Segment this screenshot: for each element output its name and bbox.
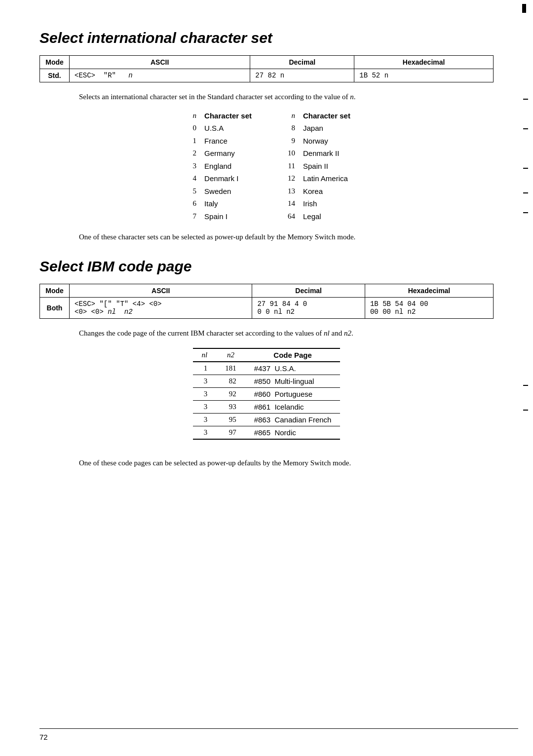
section2-note: One of these code pages can be selected … bbox=[79, 457, 494, 469]
scroll-mark-7 bbox=[523, 410, 528, 411]
char-n: 5 bbox=[183, 185, 196, 198]
cell-hexadecimal: 1B 52 n bbox=[354, 69, 494, 82]
code-page-table-wrapper: nl n2 Code Page 1 181 #437 U.S.A. 3 82 #… bbox=[39, 348, 494, 449]
scroll-mark-6 bbox=[523, 385, 528, 386]
char-row: 13Korea bbox=[281, 185, 350, 198]
cell-n1: 3 bbox=[193, 413, 217, 426]
section-ibm-code-page: Select IBM code page Mode ASCII Decimal … bbox=[39, 258, 494, 469]
code-row: 3 93 #861 Icelandic bbox=[193, 400, 341, 413]
char-table-wrapper: n Character set 0U.S.A 1France 2Germany … bbox=[39, 112, 494, 223]
cell-decimal: 27 91 84 4 0 0 0 nl n2 bbox=[252, 297, 365, 318]
col2-decimal: Decimal bbox=[252, 284, 365, 297]
cell-code-page: #865 Nordic bbox=[245, 426, 341, 439]
section1-description: Selects an international character set i… bbox=[79, 91, 494, 103]
cell-code-page: #861 Icelandic bbox=[245, 400, 341, 413]
char-n: 9 bbox=[281, 135, 295, 148]
char-n: 8 bbox=[281, 122, 295, 135]
char-row: 10Denmark II bbox=[281, 147, 350, 160]
cell-hexadecimal: 1B 5B 54 04 00 00 00 nl n2 bbox=[365, 297, 493, 318]
char-col-2: n Character set 8Japan 9Norway 10Denmark… bbox=[281, 112, 350, 223]
char-name: Norway bbox=[303, 135, 328, 148]
char-row: 5Sweden bbox=[183, 185, 252, 198]
cell-n1: 3 bbox=[193, 426, 217, 439]
decimal-code: 27 82 n bbox=[255, 72, 284, 79]
char-col1-header: n Character set bbox=[183, 112, 252, 120]
col2-label-header: Character set bbox=[303, 112, 350, 120]
char-n: 4 bbox=[183, 172, 196, 185]
char-row: 9Norway bbox=[281, 135, 350, 148]
char-row: 7Spain I bbox=[183, 210, 252, 223]
hex-line2: 00 00 nl n2 bbox=[370, 308, 488, 316]
col1-n-header: n bbox=[183, 112, 196, 120]
char-n: 14 bbox=[281, 197, 295, 210]
char-name: Germany bbox=[204, 147, 235, 160]
code-row: 3 95 #863 Canadian French bbox=[193, 413, 341, 426]
char-name: Legal bbox=[303, 210, 321, 223]
char-name: Japan bbox=[303, 122, 323, 135]
cell-n1: 3 bbox=[193, 387, 217, 400]
italic-n: n bbox=[350, 93, 354, 101]
code-row: 3 82 #850 Multi-lingual bbox=[193, 375, 341, 387]
char-n: 1 bbox=[183, 135, 196, 148]
scrollbar[interactable] bbox=[518, 0, 528, 756]
char-name: France bbox=[204, 135, 228, 148]
col-n2: n2 bbox=[216, 348, 245, 362]
char-row: 11Spain II bbox=[281, 160, 350, 173]
col2-hexadecimal: Hexadecimal bbox=[365, 284, 493, 297]
char-name: Sweden bbox=[204, 185, 231, 198]
char-row: 1France bbox=[183, 135, 252, 148]
code-row: 3 97 #865 Nordic bbox=[193, 426, 341, 439]
char-n: 2 bbox=[183, 147, 196, 160]
char-row: 6Italy bbox=[183, 197, 252, 210]
scroll-mark-1 bbox=[523, 99, 528, 100]
char-name: Denmark I bbox=[204, 172, 238, 185]
cell-n2: 97 bbox=[216, 426, 245, 439]
scrollbar-thumb[interactable] bbox=[522, 4, 526, 13]
hex-line1: 1B 5B 54 04 00 bbox=[370, 300, 488, 308]
char-name: U.S.A bbox=[204, 122, 224, 135]
cell-n1: 3 bbox=[193, 400, 217, 413]
scroll-mark-5 bbox=[523, 212, 528, 213]
char-n: 13 bbox=[281, 185, 295, 198]
col-n1: nl bbox=[193, 348, 217, 362]
cell-n2: 95 bbox=[216, 413, 245, 426]
cell-n2: 92 bbox=[216, 387, 245, 400]
char-row: 2Germany bbox=[183, 147, 252, 160]
cell-decimal: 27 82 n bbox=[250, 69, 354, 82]
code-row: 3 92 #860 Portuguese bbox=[193, 387, 341, 400]
col-decimal: Decimal bbox=[250, 56, 354, 69]
char-row: 64Legal bbox=[281, 210, 350, 223]
col2-ascii: ASCII bbox=[70, 284, 252, 297]
col-hexadecimal: Hexadecimal bbox=[354, 56, 494, 69]
char-col2-header: n Character set bbox=[281, 112, 350, 120]
char-row: 4Denmark I bbox=[183, 172, 252, 185]
section1-title: Select international character set bbox=[39, 30, 494, 46]
col2-n-header: n bbox=[281, 112, 295, 120]
char-name: England bbox=[204, 160, 231, 173]
page-number: 72 bbox=[39, 733, 48, 741]
page-divider bbox=[39, 728, 518, 729]
cell-code-page: #850 Multi-lingual bbox=[245, 375, 341, 387]
col-ascii: ASCII bbox=[70, 56, 250, 69]
char-row: 3England bbox=[183, 160, 252, 173]
cell-n1: 1 bbox=[193, 362, 217, 375]
char-n: 7 bbox=[183, 210, 196, 223]
ascii-code-line2: <0> <0> nl n2 bbox=[75, 308, 247, 316]
cell-code-page: #860 Portuguese bbox=[245, 387, 341, 400]
cell-code-page: #863 Canadian French bbox=[245, 413, 341, 426]
decimal-line2: 0 0 nl n2 bbox=[257, 308, 360, 316]
char-row: 14Irish bbox=[281, 197, 350, 210]
italic-n2: n2 bbox=[344, 329, 351, 337]
scroll-mark-2 bbox=[523, 128, 528, 129]
section-international: Select international character set Mode … bbox=[39, 30, 494, 243]
char-name: Italy bbox=[204, 197, 218, 210]
scroll-mark-3 bbox=[523, 168, 528, 169]
char-n: 0 bbox=[183, 122, 196, 135]
char-name: Spain I bbox=[204, 210, 228, 223]
decimal-line1: 27 91 84 4 0 bbox=[257, 300, 360, 308]
code-page-table: nl n2 Code Page 1 181 #437 U.S.A. 3 82 #… bbox=[193, 348, 341, 440]
char-table: n Character set 0U.S.A 1France 2Germany … bbox=[183, 112, 350, 223]
cell-n2: 181 bbox=[216, 362, 245, 375]
col-mode: Mode bbox=[40, 56, 70, 69]
hex-code: 1B 52 n bbox=[359, 72, 388, 79]
